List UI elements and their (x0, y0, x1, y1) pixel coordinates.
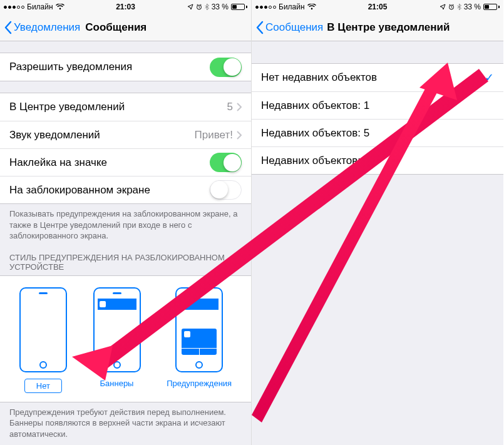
group-allow: Разрешить уведомления (0, 53, 251, 81)
nav-back-label: Сообщения (265, 21, 323, 34)
signal-dots-icon (4, 6, 24, 9)
phone-preview-none (19, 287, 67, 372)
style-option-none[interactable]: Нет (19, 287, 67, 393)
row-sound[interactable]: Звук уведомлений Привет! (0, 121, 251, 148)
style-label-none: Нет (24, 379, 62, 393)
footer-note-1: Показывать предупреждения на заблокирова… (0, 204, 251, 244)
row-notification-center[interactable]: В Центре уведомлений 5 (0, 93, 251, 121)
signal-dots-icon (255, 6, 276, 9)
battery-percent: 33 % (464, 3, 481, 11)
section-header-style: СТИЛЬ ПРЕДУПРЕЖДЕНИЯ НА РАЗБЛОКИРОВАННОМ… (0, 244, 251, 275)
option-1[interactable]: Недавних объектов: 1 (252, 91, 503, 119)
group-recent-options: Нет недавних объектов ✓ Недавних объекто… (252, 63, 503, 175)
row-label: На заблокированном экране (9, 184, 210, 197)
location-icon (187, 4, 193, 10)
nav-back-button[interactable]: Уведомления (0, 21, 80, 34)
nav-title: В Центре уведомлений (327, 21, 450, 34)
switch-lock[interactable] (210, 180, 242, 200)
carrier-label: Билайн (27, 3, 53, 11)
option-label: Недавних объектов: 10 (261, 155, 494, 167)
switch-allow[interactable] (210, 58, 242, 77)
bluetooth-icon (457, 3, 461, 11)
switch-badge[interactable] (210, 153, 242, 172)
style-option-alerts[interactable]: Предупреждения (167, 287, 232, 393)
footer-note-2: Предупреждения требуют действия перед вы… (0, 402, 251, 442)
nav-back-label: Уведомления (14, 21, 80, 34)
option-label: Недавних объектов: 5 (261, 127, 494, 140)
chevron-right-icon (237, 131, 242, 140)
battery-percent: 33 % (212, 3, 229, 11)
checkmark-icon: ✓ (485, 71, 494, 84)
row-badge[interactable]: Наклейка на значке (0, 148, 251, 176)
bluetooth-icon (205, 3, 209, 11)
phone-preview-banners (93, 287, 141, 372)
style-label-alerts: Предупреждения (167, 379, 232, 388)
chevron-left-icon (4, 21, 12, 34)
chevron-left-icon (255, 21, 264, 34)
navbar: Уведомления Сообщения (0, 14, 251, 41)
status-bar: Билайн 21:05 33 % (252, 0, 503, 14)
screen-nc-options: Билайн 21:05 33 % Сообщения (252, 0, 503, 445)
option-none[interactable]: Нет недавних объектов ✓ (252, 64, 503, 91)
location-icon (440, 4, 446, 10)
wifi-icon (307, 4, 316, 10)
screen-settings-messages: Билайн 21:03 33 % Уведомления (0, 0, 252, 445)
group-options: В Центре уведомлений 5 Звук уведомлений … (0, 93, 251, 204)
wifi-icon (56, 4, 64, 10)
navbar: Сообщения В Центре уведомлений (252, 14, 503, 41)
row-label: В Центре уведомлений (9, 101, 227, 113)
option-5[interactable]: Недавних объектов: 5 (252, 119, 503, 146)
alert-style-picker: Нет Баннеры Предупреждения (0, 275, 251, 402)
phone-preview-alerts (175, 287, 223, 372)
row-allow-notifications[interactable]: Разрешить уведомления (0, 53, 251, 81)
battery-icon (483, 4, 500, 10)
style-label-banners: Баннеры (100, 379, 134, 388)
alarm-icon (448, 4, 455, 10)
section-header-params: ПАРАМЕТРЫ «СООБЩЕНИЯ» (0, 442, 251, 445)
option-label: Нет недавних объектов (261, 71, 485, 84)
nav-title: Сообщения (85, 21, 147, 34)
nav-back-button[interactable]: Сообщения (252, 21, 323, 34)
row-label: Наклейка на значке (9, 156, 210, 169)
row-detail: 5 (227, 101, 233, 113)
carrier-label: Билайн (279, 3, 305, 11)
option-10[interactable]: Недавних объектов: 10 (252, 146, 503, 174)
battery-icon (231, 4, 247, 10)
row-label: Разрешить уведомления (9, 61, 210, 73)
row-label: Звук уведомлений (9, 129, 195, 141)
status-bar: Билайн 21:03 33 % (0, 0, 251, 14)
chevron-right-icon (237, 103, 242, 111)
row-detail: Привет! (195, 129, 233, 141)
style-option-banners[interactable]: Баннеры (93, 287, 141, 393)
alarm-icon (196, 4, 202, 10)
row-lock-screen[interactable]: На заблокированном экране (0, 176, 251, 203)
option-label: Недавних объектов: 1 (261, 100, 494, 112)
